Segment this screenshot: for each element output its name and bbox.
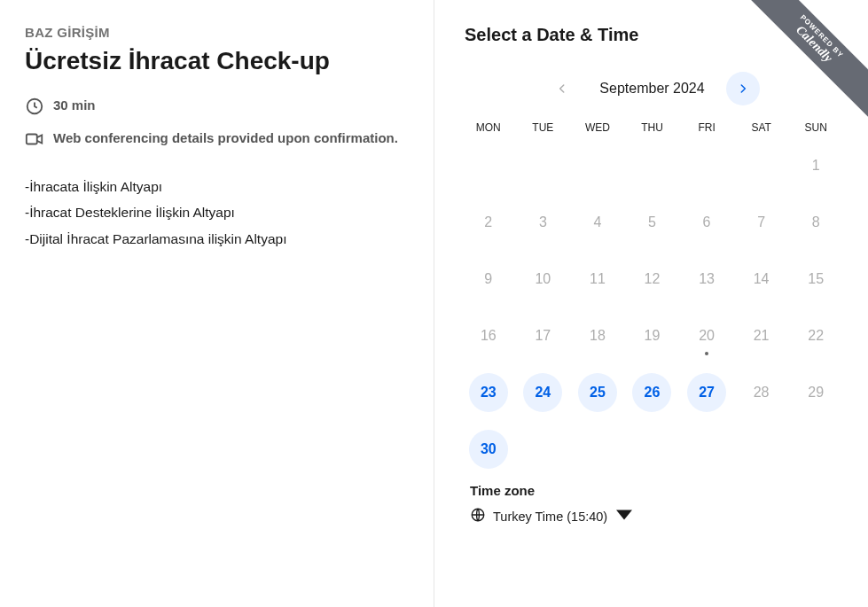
day-header: SAT [734,121,789,134]
date-time-panel: Select a Date & Time September 2024 MONT… [434,0,868,607]
calendar-cell: 24 [516,373,571,412]
calendar-cell: 3 [516,203,571,242]
calendar-day-unavailable: 19 [632,316,671,355]
calendar-body: 1234567891011121314151617181920212223242… [461,146,843,469]
calendar-cell: 28 [734,373,789,412]
calendar-day-available[interactable]: 30 [469,430,508,469]
chevron-right-icon [737,82,749,95]
event-title: Ücretsiz İhracat Check-up [25,45,407,76]
calendar-cell: 10 [516,260,571,299]
calendar-cell: 17 [516,316,571,355]
calendar-cell: 25 [570,373,625,412]
calendar-day-unavailable: 14 [742,260,781,299]
day-header: SUN [788,121,843,134]
calendar-cell: 22 [788,316,843,355]
calendar-day-available[interactable]: 26 [632,373,671,412]
calendar-cell: 6 [679,203,734,242]
calendar-cell: 16 [461,316,516,355]
calendar-cell: 30 [461,430,516,469]
calendar-day-available[interactable]: 23 [469,373,508,412]
calendar-cell: 19 [625,316,680,355]
calendar-cell [679,430,734,469]
calendar-day-available[interactable]: 24 [523,373,562,412]
calendar-cell: 29 [788,373,843,412]
day-header: FRI [679,121,734,134]
description-line: -İhracata İlişkin Altyapı [25,174,407,199]
calendar-cell [788,430,843,469]
calendar-day-unavailable: 1 [796,146,835,185]
chevron-left-icon [556,82,568,95]
calendar-day-unavailable: 8 [796,203,835,242]
timezone-selector[interactable]: Turkey Time (15:40) [470,505,632,528]
calendar-day-unavailable: 10 [523,260,562,299]
calendar-day-unavailable: 16 [469,316,508,355]
calendar-day-unavailable: 12 [632,260,671,299]
calendar-cell: 26 [625,373,680,412]
calendar-day-unavailable: 7 [742,203,781,242]
calendar-cell [570,146,625,185]
calendar-day-unavailable: 4 [578,203,617,242]
timezone-title: Time zone [470,483,843,498]
calendar-cell [516,430,571,469]
calendar-day-unavailable: 13 [687,260,726,299]
calendar-cell [734,146,789,185]
calendar-day-unavailable: 6 [687,203,726,242]
calendar-cell [734,430,789,469]
video-icon [25,129,44,149]
timezone-label: Turkey Time (15:40) [493,510,607,524]
calendar-cell: 7 [734,203,789,242]
calendar-cell [625,146,680,185]
calendar-cell: 5 [625,203,680,242]
day-header: TUE [516,121,571,134]
calendar-cell [625,430,680,469]
organizer-name: BAZ GİRİŞİM [25,25,407,40]
calendar-day-unavailable: 2 [469,203,508,242]
calendar-day-unavailable: 22 [796,316,835,355]
svg-rect-1 [27,135,37,144]
calendar-cell: 14 [734,260,789,299]
description-line: -İhracat Desteklerine İlişkin Altyapı [25,199,407,225]
calendar-cell [679,146,734,185]
calendar-day-unavailable: 15 [796,260,835,299]
calendar-cell: 11 [570,260,625,299]
today-indicator [705,352,708,355]
calendar-day-unavailable: 29 [796,373,835,412]
calendar-cell: 13 [679,260,734,299]
duration-text: 30 min [53,96,96,114]
calendar: MONTUEWEDTHUFRISATSUN 123456789101112131… [461,121,843,469]
calendar-cell: 27 [679,373,734,412]
globe-icon [470,507,486,526]
month-navigation: September 2024 [461,72,843,105]
next-month-button[interactable] [726,72,760,105]
location-row: Web conferencing details provided upon c… [25,128,407,149]
day-header: THU [625,121,680,134]
calendar-cell: 20 [679,316,734,355]
prev-month-button[interactable] [545,72,579,105]
day-header: WED [570,121,625,134]
calendar-cell: 9 [461,260,516,299]
calendar-day-available[interactable]: 25 [578,373,617,412]
calendar-cell [461,146,516,185]
calendar-header: MONTUEWEDTHUFRISATSUN [461,121,843,134]
month-label: September 2024 [586,81,719,97]
calendar-day-unavailable: 18 [578,316,617,355]
calendar-day-unavailable: 17 [523,316,562,355]
timezone-section: Time zone Turkey Time (15:40) [470,483,843,528]
caret-down-icon [616,507,632,526]
calendar-day-available[interactable]: 27 [687,373,726,412]
calendar-cell: 8 [788,203,843,242]
calendar-day-unavailable: 5 [632,203,671,242]
calendar-cell [516,146,571,185]
calendar-day-unavailable: 28 [742,373,781,412]
calendar-cell: 12 [625,260,680,299]
calendar-cell: 18 [570,316,625,355]
event-description: -İhracata İlişkin Altyapı-İhracat Destek… [25,174,407,252]
calendar-day-unavailable: 3 [523,203,562,242]
clock-icon [25,97,44,116]
calendar-cell: 21 [734,316,789,355]
calendar-cell [570,430,625,469]
calendar-day-unavailable: 9 [469,260,508,299]
calendar-day-unavailable: 21 [742,316,781,355]
event-details-panel: BAZ GİRİŞİM Ücretsiz İhracat Check-up 30… [0,0,434,607]
location-text: Web conferencing details provided upon c… [53,128,398,147]
